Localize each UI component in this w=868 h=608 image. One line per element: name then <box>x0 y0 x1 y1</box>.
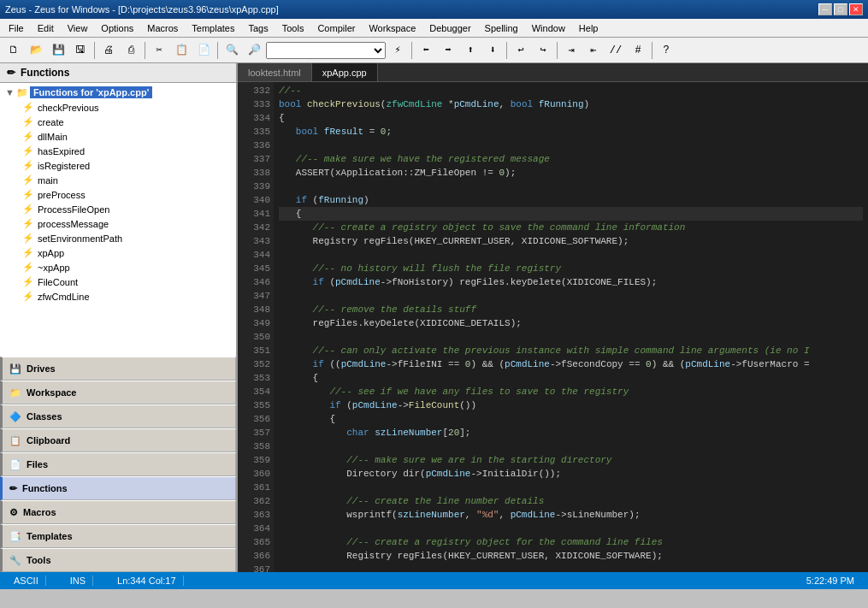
function-icon: ⚡ <box>22 131 34 142</box>
menu-window[interactable]: Window <box>525 21 572 35</box>
tree-item[interactable]: ⚡FileCount <box>2 274 234 289</box>
menu-templates[interactable]: Templates <box>185 21 241 35</box>
tree-item[interactable]: ⚡checkPrevious <box>2 100 234 115</box>
function-name: xpApp <box>38 248 64 258</box>
tree-item[interactable]: ⚡preProcess <box>2 187 234 202</box>
code-line <box>279 139 863 152</box>
copy-button[interactable]: 📋 <box>171 40 192 61</box>
comment-button[interactable]: // <box>605 40 626 61</box>
nav-prev-button[interactable]: ⬅ <box>416 40 436 61</box>
print-button[interactable]: 🖨 <box>98 40 119 61</box>
menu-compiler[interactable]: Compiler <box>310 21 362 35</box>
menu-workspace[interactable]: Workspace <box>362 21 422 35</box>
function-name: preProcess <box>38 190 86 200</box>
code-line: //-- make sure we have the registered me… <box>279 152 863 166</box>
code-line: //-- make sure we are in the starting di… <box>279 453 863 467</box>
tb-separator-2 <box>145 42 145 59</box>
tree-item[interactable]: ⚡setEnvironmentPath <box>2 231 234 245</box>
sidebar-item-templates[interactable]: 📑 Templates <box>0 524 236 548</box>
tree-root-label[interactable]: Functions for 'xpApp.cpp' <box>30 86 152 98</box>
tb-separator-1 <box>94 42 95 59</box>
code-line: //-- create the line number details <box>279 494 863 508</box>
search-button[interactable]: 🔍 <box>221 40 242 61</box>
sidebar-item-classes[interactable]: 🔷 Classes <box>0 404 236 428</box>
menu-options[interactable]: Options <box>94 21 140 35</box>
menu-edit[interactable]: Edit <box>31 21 61 35</box>
clipboard-label: Clipboard <box>27 435 70 446</box>
tools-icon: 🔧 <box>9 555 21 566</box>
indent-button[interactable]: ⇥ <box>561 40 582 61</box>
menu-macros[interactable]: Macros <box>140 21 185 35</box>
editor-area: looktest.html xpApp.cpp 3323333343353363… <box>238 63 868 572</box>
function-name: zfwCmdLine <box>38 292 90 302</box>
tree-item[interactable]: ⚡~xpApp <box>2 260 234 274</box>
function-name: hasExpired <box>38 146 85 156</box>
search2-button[interactable]: 🔎 <box>244 40 264 61</box>
tree-item[interactable]: ⚡isRegistered <box>2 158 234 173</box>
workspace-label: Workspace <box>27 387 77 398</box>
tree-item[interactable]: ⚡create <box>2 115 234 129</box>
sidebar-item-clipboard[interactable]: 📋 Clipboard <box>0 428 236 452</box>
function-icon: ⚡ <box>22 262 34 273</box>
sidebar-item-drives[interactable]: 💾 Drives <box>0 357 236 381</box>
help-button[interactable]: ? <box>656 40 676 61</box>
sidebar-item-workspace[interactable]: 📁 Workspace <box>0 381 236 404</box>
uncomment-button[interactable]: # <box>628 40 648 61</box>
close-button[interactable]: ✕ <box>849 3 863 15</box>
nav-down-button[interactable]: ⬇ <box>482 40 503 61</box>
undo-button[interactable]: ↩ <box>511 40 531 61</box>
tab-xpapp[interactable]: xpApp.cpp <box>312 63 378 81</box>
code-line: char szLineNumber[20]; <box>279 426 863 440</box>
sidebar-item-tools[interactable]: 🔧 Tools <box>0 548 236 572</box>
templates-icon: 📑 <box>9 531 21 542</box>
sidebar-item-functions[interactable]: ✏ Functions <box>0 476 236 500</box>
code-line: Registry regFiles(HKEY_CURRENT_USER, XID… <box>279 549 863 563</box>
tree-item[interactable]: ⚡dllMain <box>2 129 234 144</box>
menu-view[interactable]: View <box>61 21 95 35</box>
tree-item[interactable]: ⚡ProcessFileOpen <box>2 202 234 216</box>
code-line: { <box>279 371 863 385</box>
save-all-button[interactable]: 🖫 <box>70 40 91 61</box>
nav-up-button[interactable]: ⬆ <box>460 40 481 61</box>
paste-button[interactable]: 📄 <box>193 40 214 61</box>
function-name: ~xpApp <box>38 263 70 273</box>
minimize-button[interactable]: ─ <box>818 3 832 15</box>
tree-item[interactable]: ⚡xpApp <box>2 245 234 260</box>
tree-item[interactable]: ⚡processMessage <box>2 216 234 231</box>
search3-button[interactable]: ⚡ <box>387 40 408 61</box>
code-content[interactable]: //-- bool checkPrevious(zfwCmdLine *pCmd… <box>274 82 868 572</box>
menu-debugger[interactable]: Debugger <box>422 21 477 35</box>
menu-spelling[interactable]: Spelling <box>478 21 525 35</box>
code-line: { <box>279 412 863 426</box>
tab-looktest[interactable]: looktest.html <box>238 63 312 81</box>
new-button[interactable]: 🗋 <box>3 40 24 61</box>
open-button[interactable]: 📂 <box>26 40 46 61</box>
menu-tags[interactable]: Tags <box>241 21 275 35</box>
cut-button[interactable]: ✂ <box>149 40 169 61</box>
function-icon: ⚡ <box>22 102 34 113</box>
classes-label: Classes <box>27 411 62 422</box>
redo-button[interactable]: ↪ <box>533 40 553 61</box>
title-text: Zeus - Zeus for Windows - [D:\projects\z… <box>5 4 279 15</box>
print2-button[interactable]: ⎙ <box>121 40 141 61</box>
functions-panel: ✏ Functions ▼ 📁 Functions for 'xpApp.cpp… <box>0 63 236 357</box>
menu-file[interactable]: File <box>2 21 31 35</box>
code-line: wsprintf(szLineNumber, "%d", pCmdLine->s… <box>279 508 863 522</box>
nav-next-button[interactable]: ➡ <box>438 40 458 61</box>
outdent-button[interactable]: ⇤ <box>583 40 604 61</box>
code-line: //-- see if we have any files to save to… <box>279 385 863 398</box>
tree-item[interactable]: ⚡main <box>2 173 234 187</box>
sidebar-item-macros[interactable]: ⚙ Macros <box>0 500 236 524</box>
menu-tools[interactable]: Tools <box>275 21 311 35</box>
maximize-button[interactable]: □ <box>834 3 847 15</box>
tree-item[interactable]: ⚡zfwCmdLine <box>2 289 234 304</box>
code-line: //-- <box>279 84 863 97</box>
status-mode: INS <box>63 576 93 586</box>
save-button[interactable]: 💾 <box>48 40 68 61</box>
menu-help[interactable]: Help <box>572 21 605 35</box>
sidebar-item-files[interactable]: 📄 Files <box>0 452 236 476</box>
search-combo[interactable] <box>266 42 386 59</box>
drives-icon: 💾 <box>9 363 21 375</box>
code-line: { <box>279 207 863 221</box>
tree-item[interactable]: ⚡hasExpired <box>2 144 234 158</box>
